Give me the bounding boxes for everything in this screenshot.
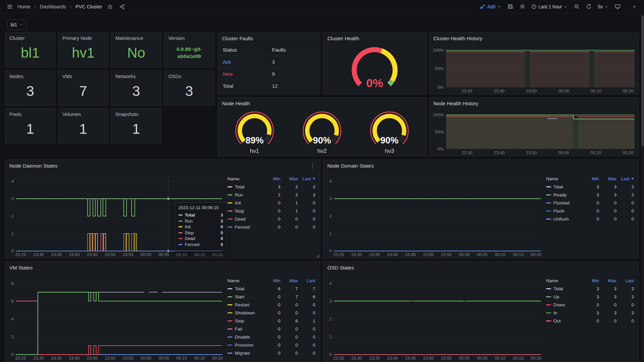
- legend-col-min[interactable]: Min: [582, 176, 599, 181]
- legend-col-max[interactable]: Max: [280, 176, 298, 181]
- legend-series-label[interactable]: Start: [227, 294, 263, 299]
- chevron-down-icon[interactable]: [629, 2, 639, 12]
- vm-states-chart[interactable]: 0246823:2523:3023:3523:4023:4523:5023:55…: [5, 273, 226, 362]
- legend-series-label[interactable]: Out: [546, 318, 582, 323]
- panel-node-domain-states: Node Domain States 0123423:2523:3023:352…: [323, 160, 639, 258]
- legend-series-label[interactable]: Total: [227, 184, 263, 189]
- breadcrumb-current-dashboard[interactable]: PVC Cluster: [75, 4, 103, 9]
- panel-title[interactable]: Node Health History: [433, 101, 478, 106]
- scrollbar-thumb[interactable]: [641, 15, 644, 146]
- menu-icon[interactable]: [5, 2, 15, 12]
- vertical-scrollbar[interactable]: [641, 14, 644, 361]
- svg-text:4: 4: [329, 179, 332, 184]
- legend-series-label[interactable]: Run: [227, 192, 263, 197]
- series-color-swatch: [227, 296, 232, 297]
- legend-last: 0: [616, 217, 634, 222]
- osd-states-chart[interactable]: 0123423:2523:3023:3523:4023:4523:5023:55…: [323, 273, 545, 362]
- legend-series-label[interactable]: Fenced: [227, 225, 263, 230]
- panel-title[interactable]: Cluster Health History: [433, 36, 482, 41]
- panel-title[interactable]: Node Health: [222, 101, 250, 106]
- legend-row: Stop061: [227, 317, 315, 325]
- legend-min: 3: [263, 184, 280, 189]
- legend-series-label[interactable]: Up: [546, 294, 582, 299]
- svg-text:23:30: 23:30: [351, 252, 362, 257]
- panel-resize-handle[interactable]: [316, 254, 319, 257]
- svg-text:4: 4: [11, 179, 14, 184]
- legend-last: 0: [298, 208, 315, 214]
- monitor-icon[interactable]: [612, 2, 623, 12]
- legend-series-label[interactable]: Disable: [227, 335, 263, 340]
- legend-series-label[interactable]: Stop: [227, 318, 263, 323]
- legend-series-label[interactable]: Dead: [227, 217, 263, 222]
- refresh-icon[interactable]: [584, 2, 594, 12]
- legend-col-name[interactable]: Name: [546, 278, 582, 283]
- save-icon[interactable]: [505, 2, 515, 12]
- time-range-picker[interactable]: Last 1 hour: [529, 2, 570, 12]
- cluster-health-history-chart[interactable]: 0%50%100%23:3023:4023:5000:0000:1000:20: [429, 44, 639, 94]
- legend-series-label[interactable]: In: [546, 310, 582, 315]
- legend-col-last[interactable]: Last: [616, 176, 634, 181]
- legend-col-name[interactable]: Name: [227, 278, 263, 283]
- legend-col-last[interactable]: Last: [298, 176, 315, 181]
- legend-col-max[interactable]: Max: [599, 176, 616, 181]
- svg-text:23:55: 23:55: [441, 252, 452, 257]
- legend-series-label[interactable]: Stop: [227, 208, 263, 214]
- share-icon[interactable]: [117, 2, 127, 12]
- clock-icon: [531, 4, 537, 9]
- refresh-interval-picker[interactable]: 5s: [596, 2, 610, 12]
- svg-text:2: 2: [11, 334, 14, 339]
- legend-col-min[interactable]: Min: [263, 176, 280, 181]
- legend-series-label[interactable]: Shutdown: [227, 310, 263, 315]
- add-button[interactable]: Add: [478, 2, 503, 12]
- panel-menu-icon[interactable]: ⋮: [308, 162, 317, 169]
- legend-col-name[interactable]: Name: [227, 176, 263, 181]
- settings-icon[interactable]: [517, 2, 527, 12]
- series-color-swatch: [227, 227, 232, 228]
- legend-col-last[interactable]: Last: [616, 278, 634, 283]
- svg-text:0: 0: [11, 248, 14, 253]
- legend-series-label[interactable]: Fail: [227, 326, 263, 331]
- legend-series-label[interactable]: Restart: [227, 302, 263, 307]
- panel-title[interactable]: Node Domain States: [327, 163, 374, 169]
- panel-title[interactable]: Cluster Health: [327, 36, 359, 41]
- daemon-legend: NameMinMaxLastTotal333Run233Init010Stop0…: [226, 171, 320, 258]
- node-health-history-chart[interactable]: 0%50%100%23:3023:4023:5000:0000:1000:20: [429, 109, 639, 156]
- legend-series-label[interactable]: Flushed: [546, 200, 582, 205]
- legend-col-name[interactable]: Name: [546, 176, 582, 181]
- svg-text:23:40: 23:40: [387, 356, 398, 361]
- legend-series-label[interactable]: Ready: [546, 192, 582, 197]
- legend-last: 3: [298, 192, 315, 197]
- svg-text:2: 2: [329, 316, 332, 321]
- variable-selector-node[interactable]: bl1: [7, 19, 26, 30]
- legend-col-last[interactable]: Last: [298, 278, 315, 283]
- legend-series-label[interactable]: Provision: [227, 343, 263, 348]
- legend-series-label[interactable]: Total: [546, 184, 582, 189]
- domain-states-chart[interactable]: 0123423:2523:3023:3523:4023:4523:5023:55…: [323, 171, 545, 258]
- breadcrumb-dashboards[interactable]: Dashboards: [39, 4, 67, 9]
- legend-col-max[interactable]: Max: [280, 278, 298, 283]
- legend-series-label[interactable]: Total: [546, 286, 582, 291]
- legend-series-label[interactable]: Down: [546, 302, 582, 307]
- legend-series-label[interactable]: Flush: [546, 208, 582, 214]
- legend-max: 0: [280, 351, 298, 356]
- legend-col-min[interactable]: Min: [263, 278, 280, 283]
- stat-title: Snapshots: [115, 112, 157, 117]
- breadcrumb-home[interactable]: Home: [17, 4, 31, 9]
- svg-text:23:45: 23:45: [87, 252, 98, 257]
- legend-series-label[interactable]: Unflush: [546, 217, 582, 222]
- panel-title[interactable]: Cluster Faults: [222, 36, 253, 41]
- faults-value: 3: [272, 59, 320, 65]
- legend-col-min[interactable]: Min: [582, 278, 599, 283]
- panel-title[interactable]: VM States: [9, 265, 33, 270]
- legend-series-label[interactable]: Migrate: [227, 351, 263, 356]
- star-icon[interactable]: [105, 2, 115, 12]
- svg-text:23:50: 23:50: [526, 150, 537, 155]
- panel-title[interactable]: Node Daemon States: [9, 163, 57, 169]
- panel-title[interactable]: OSD States: [327, 265, 354, 270]
- legend-series-label[interactable]: Total: [227, 286, 263, 291]
- legend-series-label[interactable]: Init: [227, 200, 263, 205]
- legend-col-max[interactable]: Max: [599, 278, 616, 283]
- zoom-out-icon[interactable]: [572, 2, 582, 12]
- legend-row: Flush000: [546, 207, 634, 215]
- series-color-swatch: [227, 288, 232, 289]
